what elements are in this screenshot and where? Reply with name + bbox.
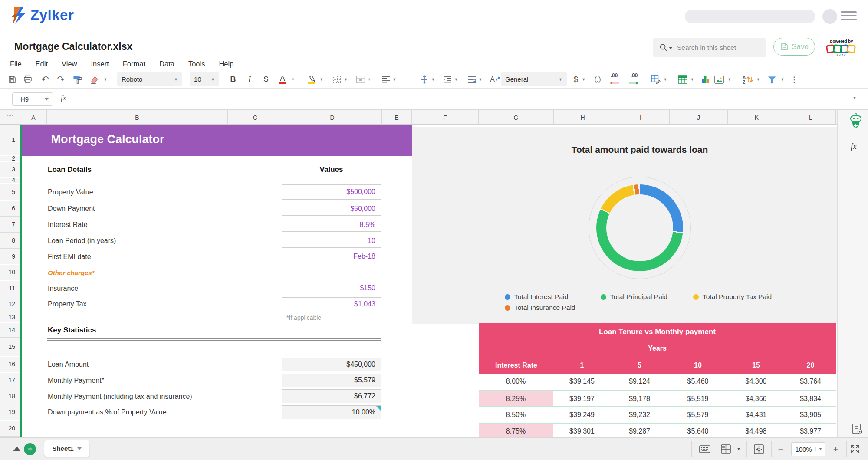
font-color-button[interactable]: A	[276, 71, 289, 88]
strikethrough-button[interactable]: S	[260, 71, 273, 88]
zoom-level-select[interactable]: 100% ▼	[791, 442, 825, 456]
decrease-decimal-button[interactable]: .00	[607, 71, 621, 88]
row-header-6[interactable]: 6	[0, 201, 20, 217]
font-size-select[interactable]: 10▼	[190, 72, 219, 86]
hamburger-menu-icon[interactable]	[841, 11, 857, 22]
sort-button[interactable]: AZ	[740, 71, 755, 88]
row-header-14[interactable]: 14	[0, 323, 20, 338]
more-options-icon[interactable]: ⋮	[790, 71, 799, 88]
clear-format-icon[interactable]	[89, 71, 102, 88]
cell-name-box[interactable]: H9	[12, 92, 53, 106]
column-header-F[interactable]: F	[412, 110, 479, 125]
loan-detail-value[interactable]: 10	[282, 234, 381, 248]
row-header-10[interactable]: 10	[0, 265, 20, 280]
filter-chevron-icon[interactable]: ▼	[779, 71, 786, 88]
column-header-E[interactable]: E	[382, 110, 412, 125]
insert-table-button[interactable]	[676, 71, 689, 88]
fill-color-chevron-icon[interactable]: ▼	[319, 71, 325, 88]
vertical-align-chevron-icon[interactable]: ▼	[430, 71, 436, 88]
key-stat-value[interactable]: $6,772	[282, 389, 381, 403]
number-format-select[interactable]: General▼	[501, 72, 567, 86]
vertical-align-button[interactable]	[418, 71, 431, 88]
loan-detail-value[interactable]: $500,000	[282, 184, 381, 200]
horizontal-align-button[interactable]	[379, 71, 392, 88]
menu-format[interactable]: Format	[123, 58, 152, 70]
global-search-bar[interactable]	[685, 10, 815, 23]
zoom-out-button[interactable]: −	[776, 442, 786, 456]
row-header-12[interactable]: 12	[0, 296, 20, 312]
sheet-search-box[interactable]: Search in this sheet	[653, 38, 766, 57]
freeze-panes-icon[interactable]	[720, 442, 733, 456]
conditional-format-chevron-icon[interactable]: ▼	[662, 71, 668, 88]
key-stat-value[interactable]: $450,000	[282, 358, 381, 371]
donut-chart-object[interactable]: Total amount paid towards loan Total Int…	[412, 127, 837, 324]
add-sheet-button[interactable]: +	[24, 443, 36, 455]
merge-chevron-icon[interactable]: ▼	[366, 71, 372, 88]
fit-to-screen-icon[interactable]	[752, 442, 765, 456]
document-title[interactable]: Mortgage Calculator.xlsx	[14, 41, 132, 53]
column-header-B[interactable]: B	[47, 110, 228, 125]
indent-chevron-icon[interactable]: ▼	[453, 71, 459, 88]
column-header-L[interactable]: L	[786, 110, 836, 125]
menu-tools[interactable]: Tools	[188, 58, 212, 70]
borders-chevron-icon[interactable]: ▼	[343, 71, 349, 88]
row-header-1[interactable]: 1	[0, 125, 20, 155]
insert-image-chevron-icon[interactable]: ▼	[727, 71, 733, 88]
row-header-19[interactable]: 19	[0, 404, 20, 420]
currency-chevron-icon[interactable]: ▼	[581, 71, 587, 88]
save-icon[interactable]	[6, 71, 18, 88]
increase-decimal-button[interactable]: .00	[627, 71, 641, 88]
row-header-11[interactable]: 11	[0, 281, 20, 296]
column-header-G[interactable]: G	[479, 110, 554, 125]
borders-button[interactable]	[331, 71, 344, 88]
insert-chart-button[interactable]	[699, 71, 712, 88]
save-button[interactable]: Save	[773, 38, 815, 56]
brand-logo[interactable]: Zylker	[9, 5, 74, 25]
menu-file[interactable]: File	[10, 58, 28, 70]
keyboard-shortcuts-icon[interactable]	[697, 442, 712, 456]
column-header-H[interactable]: H	[554, 110, 612, 125]
row-header-17[interactable]: 17	[0, 373, 20, 388]
row-header-5[interactable]: 5	[0, 184, 20, 200]
key-stat-value[interactable]: 10.00%	[282, 405, 381, 419]
wrap-text-chevron-icon[interactable]: ▼	[477, 71, 483, 88]
font-family-select[interactable]: Roboto▼	[117, 72, 182, 86]
document-info-icon[interactable]	[852, 423, 863, 435]
menu-help[interactable]: Help	[219, 58, 240, 70]
menu-view[interactable]: View	[62, 58, 83, 70]
redo-icon[interactable]: ↷	[55, 71, 67, 88]
italic-button[interactable]: I	[243, 71, 256, 88]
column-header-A[interactable]: A	[20, 110, 47, 125]
merge-cells-button[interactable]	[354, 71, 367, 88]
rate-table-object[interactable]: Loan Tenure vs Monthly payment Years Int…	[479, 323, 836, 437]
column-header-J[interactable]: J	[670, 110, 728, 125]
insert-table-chevron-icon[interactable]: ▼	[689, 71, 695, 88]
font-color-chevron-icon[interactable]: ▼	[290, 71, 296, 88]
row-header-3[interactable]: 3	[0, 162, 20, 177]
menu-edit[interactable]: Edit	[36, 58, 54, 70]
formula-bar-expand-icon[interactable]: ▼	[852, 95, 857, 100]
currency-format-button[interactable]: $	[571, 71, 581, 88]
collapse-toolbar-icon[interactable]	[13, 447, 21, 451]
loan-detail-value[interactable]: 8.5%	[282, 218, 381, 232]
column-header-D[interactable]: D	[283, 110, 382, 125]
filter-button[interactable]	[766, 71, 779, 88]
sort-chevron-icon[interactable]: ▼	[755, 71, 761, 88]
row-header-2[interactable]: 2	[0, 156, 20, 161]
indent-button[interactable]	[441, 71, 454, 88]
freeze-chevron-icon[interactable]: ▼	[736, 442, 742, 456]
horizontal-align-chevron-icon[interactable]: ▼	[391, 71, 398, 88]
bold-button[interactable]: B	[227, 71, 240, 88]
undo-icon[interactable]: ↶	[39, 71, 51, 88]
other-charge-value[interactable]: $150	[282, 282, 381, 296]
loan-detail-value[interactable]: Feb-18	[282, 250, 381, 264]
zia-assistant-icon[interactable]	[848, 113, 863, 129]
row-header-7[interactable]: 7	[0, 217, 20, 233]
avatar[interactable]	[822, 9, 837, 24]
clear-format-chevron-icon[interactable]: ▼	[102, 71, 108, 88]
fullscreen-icon[interactable]	[849, 442, 861, 456]
print-icon[interactable]	[22, 71, 34, 88]
menu-insert[interactable]: Insert	[91, 58, 115, 70]
insert-image-button[interactable]	[713, 71, 726, 88]
column-header-K[interactable]: K	[728, 110, 786, 125]
